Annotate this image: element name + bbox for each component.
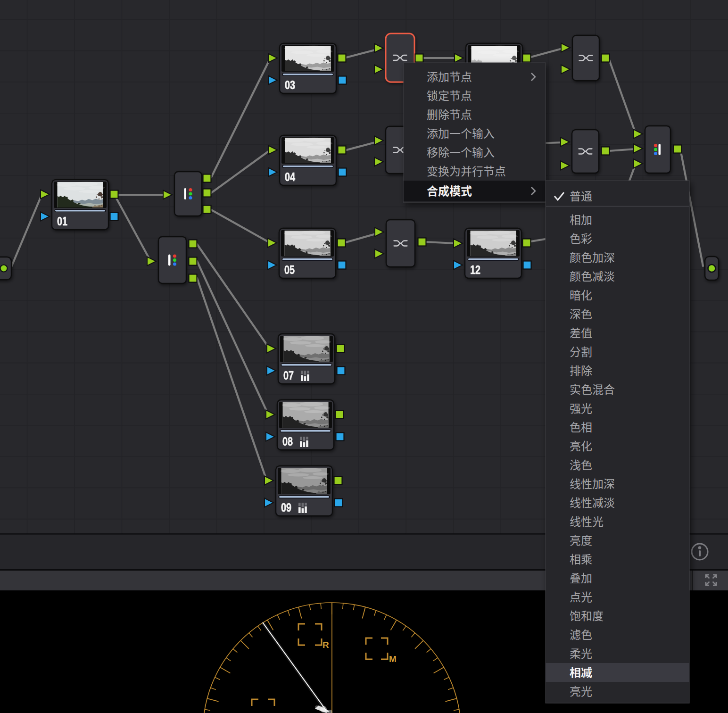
svg-text:R: R xyxy=(323,640,329,650)
svg-text:线性光: 线性光 xyxy=(570,513,604,529)
svg-text:变换为并行节点: 变换为并行节点 xyxy=(427,162,506,179)
svg-text:亮度: 亮度 xyxy=(570,531,592,548)
svg-text:颜色减淡: 颜色减淡 xyxy=(570,267,615,284)
svg-text:移除一个输入: 移除一个输入 xyxy=(427,143,495,160)
svg-text:添加一个输入: 添加一个输入 xyxy=(427,124,495,141)
svg-text:浅色: 浅色 xyxy=(570,456,592,473)
svg-text:05: 05 xyxy=(284,263,295,277)
svg-text:强光: 强光 xyxy=(570,399,592,416)
svg-text:实色混合: 实色混合 xyxy=(570,381,615,397)
svg-text:色相: 色相 xyxy=(570,418,592,435)
svg-text:深色: 深色 xyxy=(570,305,592,322)
svg-text:M: M xyxy=(389,654,397,664)
svg-text:色彩: 色彩 xyxy=(570,230,592,246)
svg-text:04: 04 xyxy=(285,170,295,184)
svg-text:柔光: 柔光 xyxy=(570,645,592,661)
svg-text:差值: 差值 xyxy=(570,324,592,340)
svg-text:叠加: 叠加 xyxy=(570,569,592,586)
svg-text:普通: 普通 xyxy=(570,187,592,204)
svg-text:删除节点: 删除节点 xyxy=(427,106,472,122)
svg-text:09: 09 xyxy=(281,500,291,514)
svg-text:线性加深: 线性加深 xyxy=(570,475,615,491)
svg-text:排除: 排除 xyxy=(570,362,592,378)
svg-text:相减: 相减 xyxy=(570,663,592,680)
svg-text:相乘: 相乘 xyxy=(570,550,592,567)
svg-text:01: 01 xyxy=(57,214,67,228)
svg-text:线性减淡: 线性减淡 xyxy=(570,494,615,510)
svg-text:点光: 点光 xyxy=(570,588,592,605)
svg-text:锁定节点: 锁定节点 xyxy=(427,87,472,103)
svg-text:亮化: 亮化 xyxy=(570,437,592,454)
svg-text:12: 12 xyxy=(470,263,480,277)
svg-text:08: 08 xyxy=(282,434,293,448)
svg-text:饱和度: 饱和度 xyxy=(570,607,604,623)
svg-text:合成模式: 合成模式 xyxy=(427,182,472,199)
svg-text:07: 07 xyxy=(283,368,294,382)
svg-text:暗化: 暗化 xyxy=(570,286,592,303)
svg-text:分割: 分割 xyxy=(570,343,592,359)
svg-text:相加: 相加 xyxy=(570,211,592,227)
svg-text:亮光: 亮光 xyxy=(570,682,592,699)
svg-text:添加节点: 添加节点 xyxy=(427,68,472,84)
svg-text:滤色: 滤色 xyxy=(570,626,592,642)
svg-text:03: 03 xyxy=(285,78,295,92)
svg-text:颜色加深: 颜色加深 xyxy=(570,249,615,265)
